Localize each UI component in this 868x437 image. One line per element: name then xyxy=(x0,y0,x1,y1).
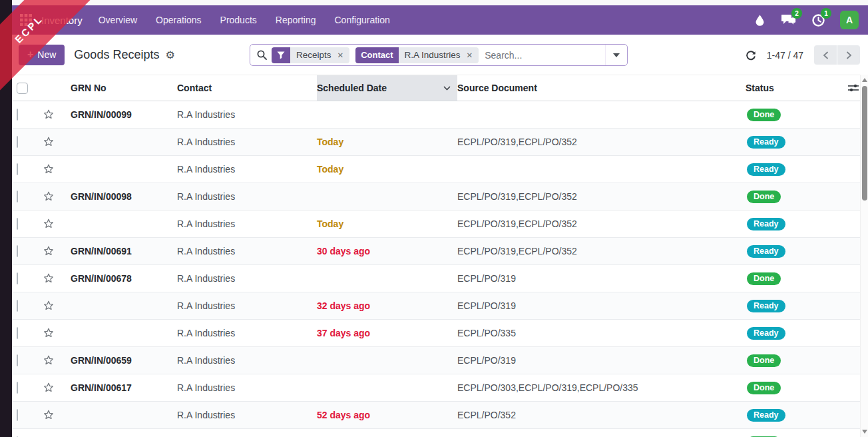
table-row[interactable]: R.A Industries 52 days ago ECPL/PO/352 R… xyxy=(12,402,860,429)
refresh-icon[interactable] xyxy=(746,50,756,61)
activity-badge: 1 xyxy=(821,8,831,19)
menu-reporting[interactable]: Reporting xyxy=(276,15,316,25)
row-checkbox[interactable] xyxy=(17,409,18,421)
vertical-scrollbar[interactable] xyxy=(860,75,868,437)
column-header-source-document[interactable]: Source Document xyxy=(457,75,746,101)
favorite-star-icon[interactable] xyxy=(43,327,71,339)
row-checkbox[interactable] xyxy=(17,218,18,230)
facet-receipts-remove-icon[interactable]: ✕ xyxy=(337,51,344,60)
table-row[interactable]: R.A Industries 32 days ago ECPL/PO/319 R… xyxy=(12,292,860,320)
pager-range: 1-47 / 47 xyxy=(767,50,803,61)
search-facet-contact[interactable]: Contact R.A Industries ✕ xyxy=(355,47,479,63)
cell-scheduled-date: 30 days ago xyxy=(317,246,457,256)
favorite-star-icon[interactable] xyxy=(43,218,71,230)
new-button-label: New xyxy=(37,49,56,60)
cell-contact: R.A Industries xyxy=(177,218,317,229)
table-row[interactable]: R.A Industries 37 days ago ECPL/PO/335 R… xyxy=(12,320,860,347)
row-checkbox-cell xyxy=(12,137,43,147)
row-checkbox[interactable] xyxy=(17,245,18,257)
table-row[interactable]: GRN/IN/00659 R.A Industries ECPL/PO/319 … xyxy=(12,347,860,374)
cell-source-document: ECPL/PO/319,ECPL/PO/352 xyxy=(457,191,746,202)
row-checkbox[interactable] xyxy=(17,327,18,339)
new-button[interactable]: + New xyxy=(19,45,65,65)
menu-overview[interactable]: Overview xyxy=(99,15,137,25)
status-badge: Done xyxy=(747,109,781,121)
activity-clock-icon[interactable]: 1 xyxy=(811,13,825,27)
filter-funnel-icon xyxy=(272,47,290,63)
table-row[interactable]: GRN/IN/00098 R.A Industries ECPL/PO/319,… xyxy=(12,183,860,211)
table-row[interactable]: GRN/IN/00617 R.A Industries ECPL/PO/303,… xyxy=(12,374,860,402)
search-input[interactable] xyxy=(485,45,605,65)
row-checkbox-cell xyxy=(12,191,43,202)
favorite-star-icon[interactable] xyxy=(43,191,71,203)
scrollbar-down-arrow-icon[interactable] xyxy=(862,430,867,434)
table-row[interactable]: GRN/IN/00691 R.A Industries 30 days ago … xyxy=(12,238,860,265)
row-checkbox[interactable] xyxy=(17,354,18,366)
scrollbar-up-arrow-icon[interactable] xyxy=(862,78,867,82)
row-checkbox[interactable] xyxy=(17,382,18,394)
gear-icon[interactable]: ⚙︎ xyxy=(165,49,174,61)
row-checkbox[interactable] xyxy=(17,300,18,312)
pager-next-button[interactable] xyxy=(837,45,860,65)
app-window: Inventory Overview Operations Products R… xyxy=(0,0,868,437)
menu-products[interactable]: Products xyxy=(220,15,257,25)
cell-contact: R.A Industries xyxy=(177,109,317,120)
star-column-header xyxy=(43,75,71,101)
row-checkbox[interactable] xyxy=(17,109,18,121)
favorite-star-icon[interactable] xyxy=(43,300,71,312)
page-title: Goods Receipts xyxy=(74,48,159,62)
apps-grid-icon[interactable] xyxy=(19,13,33,27)
pager-previous-button[interactable] xyxy=(814,45,837,65)
facet-contact-remove-icon[interactable]: ✕ xyxy=(467,51,473,60)
table-row[interactable]: R.A Industries Today Ready xyxy=(12,156,860,183)
favorite-star-icon[interactable] xyxy=(43,382,71,394)
favorite-star-icon[interactable] xyxy=(43,109,71,121)
cell-contact: R.A Industries xyxy=(177,410,317,420)
search-options-toggle[interactable] xyxy=(605,45,627,65)
app-name[interactable]: Inventory xyxy=(41,15,83,26)
cell-grn-no: GRN/IN/00659 xyxy=(71,355,177,366)
cell-source-document: ECPL/PO/319,ECPL/PO/352 xyxy=(457,246,746,256)
table-row[interactable]: R.A Industries Today ECPL/PO/319,ECPL/PO… xyxy=(12,129,860,156)
favorite-star-icon[interactable] xyxy=(43,272,71,284)
row-checkbox[interactable] xyxy=(17,136,18,148)
menu-operations[interactable]: Operations xyxy=(156,15,201,25)
column-header-contact[interactable]: Contact xyxy=(177,75,317,101)
column-header-scheduled-date[interactable]: Scheduled Date xyxy=(317,75,457,101)
row-checkbox-cell xyxy=(12,382,43,393)
row-checkbox[interactable] xyxy=(17,163,18,175)
favorite-star-icon[interactable] xyxy=(43,409,71,421)
search-facet-receipts[interactable]: Receipts ✕ xyxy=(272,47,349,63)
row-checkbox-cell xyxy=(12,273,43,284)
column-header-status[interactable]: Status xyxy=(746,75,847,101)
cell-contact: R.A Industries xyxy=(177,164,317,175)
menu-configuration[interactable]: Configuration xyxy=(335,15,390,25)
table-row[interactable]: GRN/IN/00678 R.A Industries ECPL/PO/319 … xyxy=(12,265,860,292)
user-avatar[interactable]: A xyxy=(840,11,859,29)
droplet-glyph xyxy=(756,15,764,26)
favorite-star-icon[interactable] xyxy=(43,354,71,366)
scrollbar-thumb[interactable] xyxy=(862,86,867,201)
cell-contact: R.A Industries xyxy=(177,246,317,256)
messages-icon[interactable]: 2 xyxy=(781,13,796,27)
favorite-star-icon[interactable] xyxy=(43,245,71,257)
optional-columns-icon[interactable] xyxy=(847,75,860,101)
cell-source-document: ECPL/PO/319 xyxy=(457,273,746,284)
row-checkbox[interactable] xyxy=(17,272,18,284)
table-row[interactable]: R.A Industries Today ECPL/PO/319,ECPL/PO… xyxy=(12,211,860,238)
cell-scheduled-date: 52 days ago xyxy=(317,410,457,420)
sort-chevron-down-icon xyxy=(443,86,451,91)
table-row[interactable]: R.A Industries Done xyxy=(12,429,860,437)
cell-contact: R.A Industries xyxy=(177,328,317,338)
favorite-star-icon[interactable] xyxy=(43,163,71,175)
favorite-star-icon[interactable] xyxy=(43,136,71,148)
cell-contact: R.A Industries xyxy=(177,300,317,311)
navbar: Inventory Overview Operations Products R… xyxy=(12,5,868,35)
table-row[interactable]: GRN/IN/00099 R.A Industries Done xyxy=(12,101,860,129)
select-all-checkbox[interactable] xyxy=(17,83,28,94)
cell-scheduled-date: 37 days ago xyxy=(317,328,457,338)
column-header-grn[interactable]: GRN No xyxy=(71,75,177,101)
droplet-icon[interactable] xyxy=(752,13,767,27)
table-header: GRN No Contact Scheduled Date Source Doc… xyxy=(12,75,860,101)
row-checkbox[interactable] xyxy=(17,191,18,203)
